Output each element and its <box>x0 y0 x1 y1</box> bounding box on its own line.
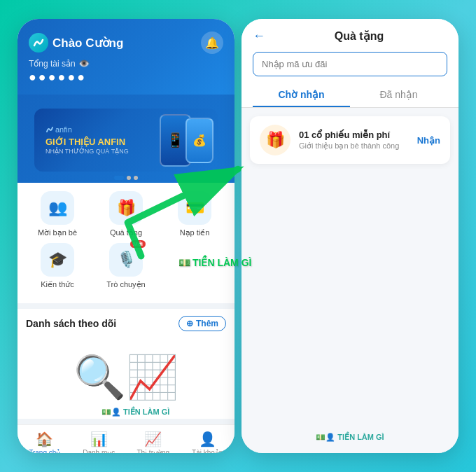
gift-title: 01 cổ phiếu miễn phí <box>299 130 409 140</box>
nhan-button[interactable]: Nhận <box>417 135 440 146</box>
banner-sub-text: NHẬN THƯỞNG QUÀ TẶNG <box>46 148 129 155</box>
gift-icon: 🎁 <box>117 199 136 217</box>
home-icon: 🏠 <box>36 431 53 447</box>
eye-icon[interactable]: 👁️ <box>78 58 90 69</box>
tab-cho-nhan[interactable]: Chờ nhận <box>253 83 350 107</box>
left-phone: Chào Cường 🔔 Tổng tài sản 👁️ ●●●●●● anfi… <box>18 19 234 453</box>
nav-market[interactable]: 📈 Thị trường <box>126 431 181 453</box>
action-deposit[interactable]: 💳 Nạp tiền <box>167 191 223 237</box>
actions-row-1: 👥 Mời bạn bè 🎁 Quà tặng 💳 Nạp tiền <box>23 191 229 237</box>
gift-card-item: 🎁 01 cổ phiếu miễn phí Giới thiệu bạn bè… <box>250 116 450 164</box>
gifts-label: Quà tặng <box>110 228 142 237</box>
nav-account-label: Tài khoản <box>192 449 223 453</box>
account-icon: 👤 <box>199 431 216 447</box>
greeting-text: Chào Cường <box>52 36 123 50</box>
action-gifts[interactable]: 🎁 Quà tặng <box>98 191 154 237</box>
market-icon: 📈 <box>144 431 162 447</box>
empty-illustration: 🔍📈 <box>74 352 178 402</box>
asset-label: Tổng tài sản 👁️ <box>29 58 223 69</box>
empty-watchlist: 🔍📈 <box>26 338 226 412</box>
right-title: Quà tặng <box>271 29 447 43</box>
right-phone: ← Quà tặng Chờ nhận Đã nhận 🎁 01 cổ phiế… <box>241 19 458 453</box>
invite-label: Mời bạn bè <box>38 228 77 237</box>
them-button[interactable]: ⊕ Thêm <box>178 316 226 331</box>
gift-desc: Giới thiệu bạn bè thành công <box>299 141 409 151</box>
plus-icon: ⊕ <box>186 319 193 328</box>
tabs-row: Chờ nhận Đã nhận <box>253 83 447 107</box>
promo-banner[interactable]: anfin GIỚI THIỆU ANFIN NHẬN THƯỞNG QUÀ T… <box>34 109 218 172</box>
gift-info: 01 cổ phiếu miễn phí Giới thiệu bạn bè t… <box>299 130 409 151</box>
watermark-right: 💵👤 TIỀN LÀM GÌ <box>316 433 384 442</box>
gift-emoji-icon: 🎁 <box>266 131 285 149</box>
deposit-icon: 💳 <box>186 199 204 217</box>
action-invite-friends[interactable]: 👥 Mời bạn bè <box>29 191 85 237</box>
nav-home[interactable]: 🏠 Trang chủ <box>18 431 72 453</box>
watermark-coin-icon: 💵👤 <box>316 433 335 442</box>
knowledge-icon: 🎓 <box>48 251 67 269</box>
action-knowledge[interactable]: 🎓 Kiến thức <box>29 243 85 289</box>
chat-icon: 🎙️ <box>117 251 136 269</box>
knowledge-label: Kiến thức <box>41 280 74 289</box>
banner-dots <box>26 176 226 180</box>
tab-da-nhan[interactable]: Đã nhận <box>350 83 447 107</box>
left-header: Chào Cường 🔔 Tổng tài sản 👁️ ●●●●●● <box>18 19 234 95</box>
bell-button[interactable]: 🔔 <box>201 32 223 54</box>
banner-logo: anfin <box>46 125 72 134</box>
banner-illustration: 📱 💰 <box>151 109 218 172</box>
right-header: ← Quà tặng Chờ nhận Đã nhận <box>241 19 458 108</box>
watchlist-title: Danh sách theo dõi <box>26 318 116 329</box>
nav-portfolio[interactable]: 📊 Danh mục <box>72 431 127 453</box>
nav-account[interactable]: 👤 Tài khoản <box>181 431 235 453</box>
bottom-nav: 🏠 Trang chủ 📊 Danh mục 📈 Thị trường 👤 Tà… <box>18 424 234 453</box>
invite-icon: 👥 <box>48 199 67 217</box>
logo-area: Chào Cường <box>29 33 123 53</box>
chat-label: Trò chuyện <box>106 280 146 289</box>
gift-card-icon: 🎁 <box>260 125 290 155</box>
action-chat[interactable]: 🎙️ Mới Trò chuyện <box>98 243 154 289</box>
promo-code-input[interactable] <box>253 52 447 76</box>
app-logo-icon <box>29 33 48 53</box>
watchlist-section: Danh sách theo dõi ⊕ Thêm 🔍📈 <box>18 309 234 419</box>
deposit-label: Nạp tiền <box>180 228 210 237</box>
nav-portfolio-label: Danh mục <box>83 449 115 453</box>
nav-home-label: Trang chủ <box>29 449 60 453</box>
actions-row-2: 🎓 Kiến thức 🎙️ Mới Trò chuyện <box>23 243 229 289</box>
asset-value: ●●●●●● <box>29 70 223 85</box>
right-content: 🎁 01 cổ phiếu miễn phí Giới thiệu bạn bè… <box>241 108 458 284</box>
nav-market-label: Thị trường <box>136 449 169 453</box>
bell-icon: 🔔 <box>205 36 219 50</box>
quick-actions: 👥 Mời bạn bè 🎁 Quà tặng 💳 Nạp tiền <box>18 183 234 303</box>
portfolio-icon: 📊 <box>90 431 108 447</box>
new-badge: Mới <box>130 240 146 248</box>
banner-main-text: GIỚI THIỆU ANFIN <box>46 137 125 148</box>
back-button[interactable]: ← <box>253 29 265 43</box>
